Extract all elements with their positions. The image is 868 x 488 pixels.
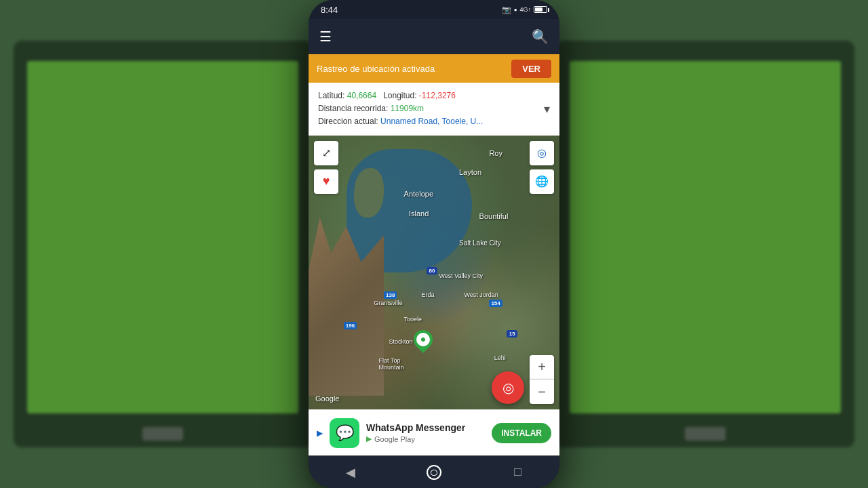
info-lat-row: Latitud: 40,6664 Longitud: -112,3276 xyxy=(318,89,550,102)
map-controls-topleft: ⤢ ♥ xyxy=(314,141,338,194)
status-time: 8:44 xyxy=(321,5,338,15)
lat-value: 40,6664 xyxy=(347,91,376,100)
ad-banner: ▶ 💬 WhatsApp Messenger ▶ Google Play INS… xyxy=(309,409,559,455)
ad-title: WhatsApp Messenger xyxy=(366,422,485,433)
my-location-button[interactable]: ◎ xyxy=(530,141,554,165)
zoom-out-button[interactable]: − xyxy=(530,380,554,404)
favorite-button[interactable]: ♥ xyxy=(314,169,338,194)
location-fab-icon: ◎ xyxy=(502,380,514,396)
tracking-text: Rastreo de ubicación activada xyxy=(317,64,435,74)
heart-icon: ♥ xyxy=(323,174,330,188)
address-label: Direccion actual: xyxy=(318,117,378,126)
info-address-row: Direccion actual: Unnamed Road, Tooele, … xyxy=(318,115,550,128)
recent-apps-button[interactable]: □ xyxy=(504,459,531,486)
map-type-button[interactable]: 🌐 xyxy=(530,169,554,194)
menu-icon[interactable]: ☰ xyxy=(319,28,332,45)
highway-196: 196 xyxy=(344,322,357,329)
ad-arrow-icon: ▶ xyxy=(317,428,323,438)
lat-label: Latitud: xyxy=(318,91,344,100)
play-store-icon: ▶ xyxy=(366,434,372,443)
map-zoom-controls: + − xyxy=(530,355,554,404)
map-area[interactable]: Roy Layton Antelope Island Bountiful Sal… xyxy=(309,136,559,409)
tracking-banner: Rastreo de ubicación activada VER xyxy=(309,54,559,83)
address-value: Unnamed Road, Tooele, U... xyxy=(380,117,483,126)
expand-icon: ⤢ xyxy=(322,146,331,159)
highway-15: 15 xyxy=(507,330,517,338)
bg-monitor-right xyxy=(556,41,854,447)
info-panel: Latitud: 40,6664 Longitud: -112,3276 Dis… xyxy=(309,83,559,136)
highway-154: 154 xyxy=(489,300,502,307)
highway-138: 138 xyxy=(384,291,397,299)
install-button[interactable]: INSTALAR xyxy=(492,423,551,443)
distance-value: 11909km xyxy=(391,104,424,113)
whatsapp-logo: 💬 xyxy=(336,424,354,442)
lon-value: -112,3276 xyxy=(419,91,456,100)
recent-icon: □ xyxy=(514,465,521,479)
location-marker-dot xyxy=(420,337,426,342)
chevron-down-icon[interactable]: ▾ xyxy=(544,102,550,117)
expand-button[interactable]: ⤢ xyxy=(314,141,338,165)
ver-button[interactable]: VER xyxy=(511,60,551,78)
map-island xyxy=(354,168,384,218)
bg-monitor-left xyxy=(14,41,312,447)
battery-icon xyxy=(534,6,547,13)
dot-icon: ● xyxy=(514,7,517,13)
highway-80: 80 xyxy=(427,267,437,274)
info-distance-row: Distancia recorrida: 11909km xyxy=(318,102,550,115)
search-icon[interactable]: 🔍 xyxy=(532,28,549,45)
location-circle-icon: ◎ xyxy=(537,146,547,159)
signal-icon: 4G↑ xyxy=(519,6,531,13)
home-icon: ○ xyxy=(427,465,441,480)
google-watermark: Google xyxy=(315,394,339,403)
whatsapp-icon: 💬 xyxy=(330,418,359,448)
ad-subtitle: ▶ Google Play xyxy=(366,434,485,443)
app-header: ☰ 🔍 xyxy=(309,19,559,54)
bottom-nav: ◀ ○ □ xyxy=(309,455,559,488)
map-controls-topright: ◎ 🌐 xyxy=(530,141,554,194)
status-icons: 📷 ● 4G↑ xyxy=(502,5,547,14)
location-fab-button[interactable]: ◎ xyxy=(492,371,524,404)
back-icon: ◀ xyxy=(346,465,355,480)
video-icon: 📷 xyxy=(502,5,511,14)
back-button[interactable]: ◀ xyxy=(337,459,364,486)
ad-content: WhatsApp Messenger ▶ Google Play xyxy=(366,422,485,443)
home-button[interactable]: ○ xyxy=(420,459,448,486)
status-bar: 8:44 📷 ● 4G↑ xyxy=(309,0,559,19)
play-store-text: Google Play xyxy=(374,435,415,443)
distance-label: Distancia recorrida: xyxy=(318,104,388,113)
lon-label: Longitud: xyxy=(383,91,416,100)
phone-frame: 8:44 📷 ● 4G↑ ☰ 🔍 Rastreo de ubicación ac… xyxy=(309,0,559,488)
zoom-in-button[interactable]: + xyxy=(530,355,554,380)
globe-icon: 🌐 xyxy=(535,175,549,188)
